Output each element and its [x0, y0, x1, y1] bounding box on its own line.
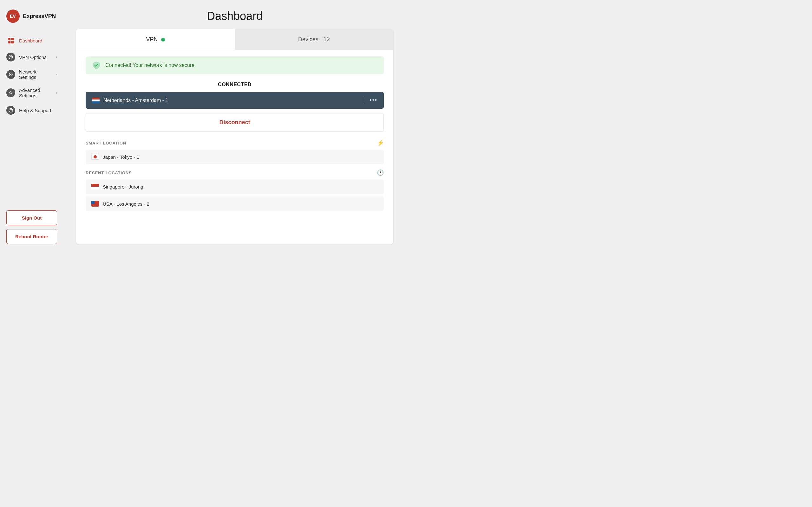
- sidebar-item-help-support[interactable]: ? Help & Support: [0, 102, 63, 118]
- sidebar: EV ExpressVPN Dashboard EV: [0, 0, 63, 253]
- shield-icon: [92, 61, 101, 70]
- banner-text: Connected! Your network is now secure.: [105, 62, 196, 68]
- clock-icon: 🕐: [377, 169, 384, 176]
- sidebar-item-network-settings[interactable]: Network Settings ›: [0, 65, 63, 83]
- vpn-options-icon: EV: [6, 53, 15, 61]
- chevron-down-icon: ›: [56, 91, 57, 95]
- sidebar-item-label: VPN Options: [19, 55, 47, 60]
- sidebar-item-label: Help & Support: [19, 108, 51, 113]
- sidebar-item-dashboard[interactable]: Dashboard: [0, 32, 63, 49]
- dashboard-icon: [6, 36, 15, 45]
- sidebar-item-label: Dashboard: [19, 38, 42, 43]
- sidebar-nav: Dashboard EV VPN Options › Network Setti…: [0, 32, 63, 204]
- tab-devices[interactable]: Devices 12: [235, 29, 393, 50]
- tab-bar: VPN Devices 12: [76, 29, 393, 50]
- tab-vpn[interactable]: VPN: [76, 29, 235, 50]
- recent-locations-label: RECENT LOCATIONS: [86, 170, 132, 175]
- vpn-content: Connected! Your network is now secure. C…: [76, 50, 393, 223]
- reboot-router-button[interactable]: Reboot Router: [6, 229, 57, 244]
- devices-count: 12: [323, 36, 330, 43]
- recent-locations-header: RECENT LOCATIONS 🕐: [86, 169, 384, 176]
- divider: [363, 97, 363, 104]
- svg-text:?: ?: [10, 109, 12, 112]
- advanced-settings-icon: [6, 89, 15, 97]
- sidebar-item-label: Network Settings: [19, 69, 52, 80]
- recent-location-name: Singapore - Jurong: [103, 184, 143, 189]
- recent-location-name: USA - Los Angeles - 2: [103, 201, 149, 207]
- help-support-icon: ?: [6, 106, 15, 115]
- disconnect-button[interactable]: Disconnect: [86, 113, 384, 132]
- sidebar-bottom: Sign Out Reboot Router: [0, 204, 63, 244]
- content-card: VPN Devices 12 Connected! Your network i…: [76, 29, 393, 244]
- logo-icon: EV: [6, 9, 20, 23]
- current-location-name: Netherlands - Amsterdam - 1: [103, 98, 357, 103]
- chevron-down-icon: ›: [56, 55, 57, 59]
- logo-area: EV ExpressVPN: [0, 9, 63, 32]
- smart-location-name: Japan - Tokyo - 1: [103, 154, 139, 160]
- connected-banner: Connected! Your network is now secure.: [86, 56, 384, 74]
- location-options-icon[interactable]: •••: [369, 97, 377, 104]
- japan-flag: [91, 154, 99, 160]
- page-title: Dashboard: [76, 9, 393, 23]
- current-location-bar[interactable]: Netherlands - Amsterdam - 1 •••: [86, 92, 384, 109]
- network-settings-icon: [6, 70, 15, 79]
- svg-text:EV: EV: [10, 14, 16, 19]
- sidebar-item-advanced-settings[interactable]: Advanced Settings ›: [0, 83, 63, 102]
- tab-devices-label: Devices: [298, 36, 318, 43]
- singapore-flag: [91, 184, 99, 189]
- main-content: Dashboard VPN Devices 12 Connected! Your…: [63, 0, 406, 253]
- netherlands-flag: [92, 98, 100, 103]
- usa-flag: [91, 201, 99, 207]
- lightning-icon: ⚡: [377, 139, 384, 147]
- tab-vpn-label: VPN: [146, 36, 158, 43]
- recent-location-singapore[interactable]: Singapore - Jurong: [86, 179, 384, 194]
- svg-text:EV: EV: [9, 56, 13, 59]
- sidebar-item-vpn-options[interactable]: EV VPN Options ›: [0, 49, 63, 65]
- sidebar-item-label: Advanced Settings: [19, 88, 52, 98]
- vpn-status-dot: [161, 38, 165, 42]
- sign-out-button[interactable]: Sign Out: [6, 210, 57, 225]
- smart-location-label: SMART LOCATION: [86, 141, 126, 146]
- smart-location-header: SMART LOCATION ⚡: [86, 139, 384, 147]
- smart-location-item[interactable]: Japan - Tokyo - 1: [86, 150, 384, 164]
- connected-status-label: CONNECTED: [86, 82, 384, 88]
- svg-point-4: [10, 74, 11, 75]
- recent-location-usa[interactable]: USA - Los Angeles - 2: [86, 196, 384, 211]
- logo-text: ExpressVPN: [23, 13, 56, 20]
- chevron-down-icon: ›: [56, 72, 57, 77]
